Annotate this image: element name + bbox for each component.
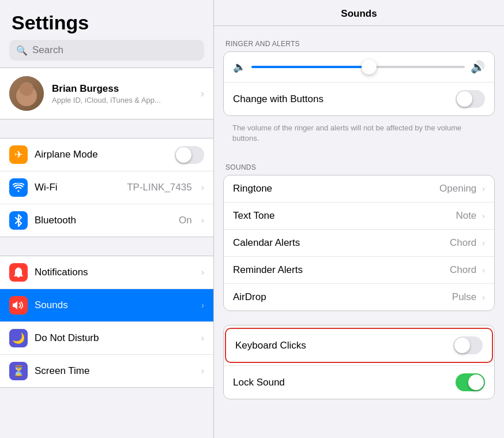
wifi-label: Wi-Fi [35, 182, 120, 193]
profile-info: Brian Burgess Apple ID, iCloud, iTunes &… [52, 83, 193, 104]
texttone-row[interactable]: Text Tone Note › [224, 203, 494, 230]
bluetooth-label: Bluetooth [35, 215, 172, 226]
right-panel: Sounds RINGER AND ALERTS 🔈 🔊 Change with… [213, 0, 504, 438]
avatar [9, 76, 44, 111]
keyboard-clicks-border: Keyboard Clicks [225, 328, 493, 363]
sidebar-item-screentime[interactable]: ⏳ Screen Time › [0, 355, 213, 387]
notifications-icon [9, 263, 28, 282]
volume-high-icon: 🔊 [471, 60, 485, 74]
page-title: Settings [0, 0, 213, 40]
notifications-chevron-icon: › [201, 267, 204, 278]
texttone-chevron-icon: › [482, 211, 485, 220]
panel-content: RINGER AND ALERTS 🔈 🔊 Change with Button… [214, 26, 504, 438]
airdrop-chevron-icon: › [482, 293, 485, 302]
keyboard-lock-card: Keyboard Clicks Lock Sound [223, 325, 495, 399]
lock-sound-label: Lock Sound [233, 377, 451, 388]
sidebar-item-bluetooth[interactable]: Bluetooth On › [0, 204, 213, 237]
keyboard-clicks-row[interactable]: Keyboard Clicks [226, 329, 492, 362]
lock-sound-row[interactable]: Lock Sound [224, 365, 494, 399]
bluetooth-value: On [179, 215, 192, 226]
ringtone-label: Ringtone [233, 183, 435, 194]
screentime-label: Screen Time [35, 365, 192, 377]
volume-hint: The volume of the ringer and alerts will… [223, 119, 495, 152]
airdrop-value: Pulse [452, 291, 477, 303]
profile-name: Brian Burgess [52, 83, 193, 95]
ringer-slider-row[interactable]: 🔈 🔊 [224, 52, 494, 83]
keyboard-clicks-toggle[interactable] [453, 336, 483, 354]
panel-title: Sounds [214, 0, 504, 26]
sidebar-item-donotdisturb[interactable]: 🌙 Do Not Disturb › [0, 322, 213, 355]
ringer-slider-thumb[interactable] [362, 59, 377, 74]
reminder-alerts-row[interactable]: Reminder Alerts Chord › [224, 257, 494, 284]
sounds-icon [9, 296, 28, 315]
sidebar-item-airplane[interactable]: ✈ Airplane Mode [0, 138, 213, 171]
change-with-buttons-row[interactable]: Change with Buttons [224, 83, 494, 115]
airdrop-label: AirDrop [233, 291, 447, 303]
donotdisturb-icon: 🌙 [9, 329, 28, 347]
calendar-alerts-value: Chord [450, 237, 476, 249]
ringer-slider-track[interactable] [251, 66, 465, 68]
calendar-alerts-chevron-icon: › [482, 238, 485, 248]
donotdisturb-label: Do Not Disturb [35, 332, 192, 344]
keyboard-clicks-label: Keyboard Clicks [235, 340, 449, 351]
reminder-alerts-label: Reminder Alerts [233, 264, 445, 276]
search-input[interactable] [32, 44, 197, 56]
ringtone-row[interactable]: Ringtone Opening › [224, 175, 494, 203]
screentime-icon: ⏳ [9, 362, 28, 380]
sounds-label: Sounds [35, 300, 192, 311]
bluetooth-chevron-icon: › [201, 215, 204, 226]
reminder-alerts-value: Chord [450, 264, 476, 276]
texttone-value: Note [456, 210, 476, 222]
search-icon: 🔍 [16, 45, 28, 56]
wifi-chevron-icon: › [201, 182, 204, 193]
texttone-label: Text Tone [233, 210, 451, 222]
airplane-icon: ✈ [9, 145, 28, 164]
ringtone-value: Opening [439, 183, 476, 194]
sidebar-item-notifications[interactable]: Notifications › [0, 256, 213, 289]
profile-subtitle: Apple ID, iCloud, iTunes & App... [52, 96, 193, 104]
left-panel: Settings 🔍 Brian Burgess Apple ID, iClou… [0, 0, 213, 438]
sounds-card: Ringtone Opening › Text Tone Note › Cale… [223, 175, 495, 311]
settings-group-1: ✈ Airplane Mode Wi-Fi TP-LINK_7435 › [0, 138, 213, 237]
keyboard-clicks-highlight: Keyboard Clicks [224, 325, 494, 365]
lock-sound-toggle[interactable] [456, 373, 485, 391]
volume-low-icon: 🔈 [233, 61, 246, 73]
sounds-chevron-icon: › [201, 300, 204, 310]
airplane-label: Airplane Mode [35, 149, 168, 160]
sounds-section-header: SOUNDS [214, 163, 504, 175]
ringer-card: 🔈 🔊 Change with Buttons [223, 51, 495, 116]
calendar-alerts-label: Calendar Alerts [233, 237, 445, 249]
change-with-buttons-toggle[interactable] [456, 90, 485, 108]
change-with-buttons-label: Change with Buttons [233, 93, 451, 105]
wifi-icon [9, 178, 28, 197]
sidebar-item-sounds[interactable]: Sounds › [0, 289, 213, 322]
airdrop-row[interactable]: AirDrop Pulse › [224, 284, 494, 310]
airplane-toggle[interactable] [175, 146, 204, 164]
search-bar[interactable]: 🔍 [9, 40, 204, 61]
settings-group-2: Notifications › Sounds › 🌙 Do Not Distur… [0, 256, 213, 388]
donotdisturb-chevron-icon: › [201, 333, 204, 343]
profile-chevron-icon: › [201, 88, 204, 100]
ringtone-chevron-icon: › [482, 184, 485, 193]
wifi-value: TP-LINK_7435 [127, 182, 191, 193]
calendar-alerts-row[interactable]: Calendar Alerts Chord › [224, 230, 494, 257]
reminder-alerts-chevron-icon: › [482, 265, 485, 275]
notifications-label: Notifications [35, 267, 192, 278]
ringer-slider-fill [251, 66, 369, 68]
sidebar-item-wifi[interactable]: Wi-Fi TP-LINK_7435 › [0, 171, 213, 204]
bluetooth-icon [9, 211, 28, 230]
screentime-chevron-icon: › [201, 366, 204, 376]
profile-row[interactable]: Brian Burgess Apple ID, iCloud, iTunes &… [0, 68, 213, 119]
ringer-section-header: RINGER AND ALERTS [214, 40, 504, 51]
